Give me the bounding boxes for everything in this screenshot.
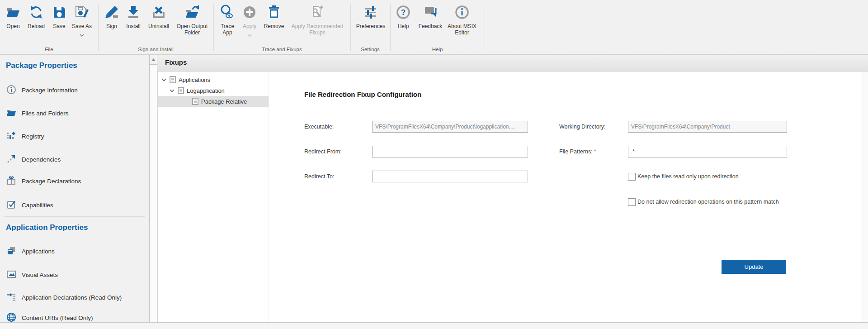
sidebar-divider xyxy=(5,216,145,217)
gift-box-icon xyxy=(6,176,16,187)
help-button[interactable]: ? Help xyxy=(394,2,413,45)
save-button[interactable]: Save xyxy=(49,2,69,45)
file-patterns-field[interactable] xyxy=(628,146,787,157)
sidebar-item-applications[interactable]: Applications xyxy=(6,246,55,257)
reload-button[interactable]: Reload xyxy=(25,2,47,45)
open-label: Open xyxy=(6,23,19,29)
remove-label: Remove xyxy=(264,23,284,29)
apply-recommended-fixups-label: Apply Recommended Fixups xyxy=(285,23,350,36)
trace-app-label: Trace App xyxy=(216,23,239,36)
sidebar-scrollbar[interactable] xyxy=(149,55,157,322)
save-label: Save xyxy=(53,23,65,29)
ribbon-separator xyxy=(485,4,485,51)
tree-row-package-relative[interactable]: Package Relative xyxy=(158,96,269,107)
tree-row-logapplication[interactable]: Logapplication xyxy=(158,85,269,96)
keep-read-only-checkbox-label: Keep the files read only upon redirectio… xyxy=(637,173,739,181)
sidebar-item-label: Content URIs (Read Only) xyxy=(22,315,93,321)
apply-plus-icon xyxy=(241,3,258,21)
tree-row-applications[interactable]: Applications xyxy=(158,74,269,85)
sign-pencil-icon xyxy=(104,3,120,21)
ribbon-group-trace-and-fixups: Trace and Fixups xyxy=(213,46,350,53)
reload-icon xyxy=(28,3,44,21)
open-output-folder-icon xyxy=(184,3,200,21)
application-properties-heading: Application Properties xyxy=(6,223,88,232)
feedback-label: Feedback xyxy=(419,23,443,29)
sign-label: Sign xyxy=(106,23,117,29)
tree-node-label[interactable]: Package Relative xyxy=(201,98,247,105)
redirect-to-field[interactable] xyxy=(372,171,528,182)
tree-node-label[interactable]: Applications xyxy=(179,76,210,83)
fixups-panel-header: Fixups xyxy=(157,55,868,72)
status-bar xyxy=(0,322,868,329)
apply-button[interactable]: Apply xyxy=(239,2,260,45)
sign-button[interactable]: Sign xyxy=(102,2,122,45)
sidebar-item-registry[interactable]: Registry xyxy=(6,131,44,142)
uninstall-label: Uninstall xyxy=(148,23,169,29)
file-patterns-label: File Patterns:* xyxy=(559,146,596,157)
apply-recommended-fixups-button[interactable]: Apply Recommended Fixups xyxy=(285,2,350,45)
update-button[interactable]: Update xyxy=(722,260,786,274)
chevron-down-icon[interactable] xyxy=(161,78,166,81)
chevron-down-icon[interactable] xyxy=(80,30,84,38)
chevron-down-icon xyxy=(247,30,252,38)
preferences-button[interactable]: Preferences xyxy=(352,2,389,45)
install-arrow-icon xyxy=(125,3,142,21)
package-properties-heading: Package Properties xyxy=(6,61,77,70)
ribbon-group-sign-and-install: Sign and Install xyxy=(98,46,213,53)
sidebar-item-package-declarations[interactable]: Package Declarations xyxy=(6,176,81,186)
install-label: Install xyxy=(126,23,140,29)
reload-label: Reload xyxy=(28,23,45,29)
sidebar-item-files-and-folders[interactable]: Files and Folders xyxy=(6,108,69,119)
open-output-folder-button[interactable]: Open Output Folder xyxy=(171,2,213,45)
scrollbar-up-arrow[interactable] xyxy=(150,55,157,65)
ribbon-group-help: Help xyxy=(390,46,485,53)
required-asterisk: * xyxy=(594,148,596,155)
uninstall-x-icon xyxy=(151,3,167,21)
document-icon xyxy=(178,87,184,94)
install-button[interactable]: Install xyxy=(123,2,144,45)
ribbon-separator xyxy=(350,4,351,51)
ribbon-group-file: File xyxy=(0,46,98,53)
about-msix-editor-button[interactable]: About MSIX Editor xyxy=(443,2,481,45)
tree-node-label[interactable]: Logapplication xyxy=(187,87,225,94)
open-button[interactable]: Open xyxy=(3,2,23,45)
feedback-button[interactable]: Feedback xyxy=(416,2,444,45)
redirect-to-label: Redirect To: xyxy=(304,171,334,182)
document-icon xyxy=(170,76,176,83)
sidebar-item-label: Files and Folders xyxy=(22,110,69,117)
fixups-panel-content: Applications Logapplication Package Rela… xyxy=(157,72,868,322)
no-redirect-checkbox-label: Do not allow redirection operations on t… xyxy=(637,198,779,206)
ribbon-separator xyxy=(98,4,99,51)
sidebar-item-package-information[interactable]: Package Information xyxy=(6,85,78,95)
executable-label: Executable: xyxy=(304,121,334,133)
sidebar-item-label: Dependencies xyxy=(22,156,61,163)
save-as-button[interactable]: Save As xyxy=(69,2,95,45)
uninstall-button[interactable]: Uninstall xyxy=(146,2,172,45)
remove-button[interactable]: Remove xyxy=(262,2,286,45)
sidebar-item-capabilities[interactable]: Capabilities xyxy=(6,200,53,210)
sidebar-item-content-uris[interactable]: Content URIs (Read Only) xyxy=(6,312,93,322)
help-question-icon: ? xyxy=(395,3,411,21)
working-directory-field[interactable] xyxy=(628,121,787,133)
ribbon-toolbar: Open Reload Save Save As Sign Install xyxy=(0,0,868,55)
sidebar-item-application-declarations[interactable]: Application Declarations (Read Only) xyxy=(6,292,122,303)
sidebar-item-label: Application Declarations (Read Only) xyxy=(22,294,122,301)
open-output-folder-label: Open Output Folder xyxy=(171,23,213,36)
preferences-label: Preferences xyxy=(356,23,386,29)
dependencies-arrow-icon xyxy=(6,154,16,165)
redirect-from-field[interactable] xyxy=(372,146,528,157)
sidebar-item-label: Package Information xyxy=(22,87,78,94)
keep-read-only-checkbox[interactable] xyxy=(628,173,636,181)
chevron-down-icon[interactable] xyxy=(170,89,175,92)
fixups-panel-title: Fixups xyxy=(165,58,187,66)
recommended-fixups-icon xyxy=(309,3,326,21)
remove-trash-icon xyxy=(266,3,282,21)
no-redirect-checkbox[interactable] xyxy=(628,198,636,206)
sidebar-item-dependencies[interactable]: Dependencies xyxy=(6,154,61,165)
sidebar-item-label: Package Declarations xyxy=(22,178,81,185)
trace-app-button[interactable]: Trace App xyxy=(216,2,239,45)
open-folder-icon xyxy=(5,3,21,21)
sidebar-item-visual-assets[interactable]: Visual Assets xyxy=(6,269,58,280)
executable-field[interactable] xyxy=(372,121,528,133)
main-scrollbar-track[interactable] xyxy=(861,72,868,322)
